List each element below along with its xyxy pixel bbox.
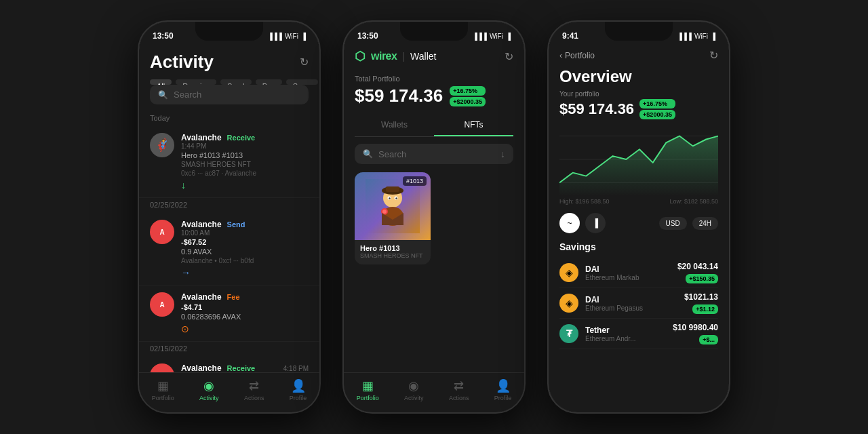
chart-pill-24h[interactable]: 24H xyxy=(692,217,718,230)
your-portfolio-label: Your portfolio xyxy=(549,89,729,99)
nav-profile-2[interactable]: 👤 Profile xyxy=(494,378,512,401)
savings-network-dai-2: Ethereum Pegasus xyxy=(585,304,677,312)
phone-overview-screen: 9:41 ▐▐▐ WiFi ▐ ‹ Portfolio ↻ Overview Y… xyxy=(549,22,729,412)
portfolio-amount-row: $59 174.36 +16.75% +$2000.35 xyxy=(355,85,513,106)
tab-buy[interactable]: Buy xyxy=(256,79,282,85)
nav-activity-icon-2: ◉ xyxy=(408,378,419,393)
tether-icon: ₮ xyxy=(559,324,578,343)
search-bar-1[interactable]: 🔍 Search xyxy=(150,85,309,104)
tab-swap[interactable]: Swap xyxy=(286,79,319,85)
portfolio-badge2: +$2000.35 xyxy=(450,97,486,106)
bottom-nav-1: ▦ Portfolio ◉ Activity ⇄ Actions 👤 Profi… xyxy=(139,372,319,412)
tx-fee-main: Avalanche Fee -$4.71 0.06283696 AVAX ⊙ xyxy=(181,292,309,334)
savings-amount-col-tether: $10 9980.40 +$... xyxy=(673,323,718,344)
nav-portfolio-label-2: Portfolio xyxy=(357,395,379,401)
chart-controls: ~ ▐ USD 24H xyxy=(549,209,729,237)
savings-coin-dai-2: DAI xyxy=(585,295,677,304)
nft-card-1013[interactable]: #1013 Hero #1013 SMASH HEROES NFT xyxy=(355,172,431,264)
nav-actions-icon-1: ⇄ xyxy=(249,378,259,393)
chart-low-label: Low: $182 588.50 xyxy=(669,198,718,205)
savings-amount-tether: $10 9980.40 xyxy=(673,323,718,332)
tx-fee-avax: 0.06283696 AVAX xyxy=(181,313,309,321)
nav-actions-2[interactable]: ⇄ Actions xyxy=(449,378,469,401)
tx-avatar-fee: A xyxy=(150,292,174,317)
activity-header: Activity ↻ xyxy=(139,46,319,77)
tx-send-avax: 0.9 AVAX xyxy=(181,248,309,256)
refresh-icon-3[interactable]: ↻ xyxy=(709,49,718,62)
svg-point-7 xyxy=(389,197,390,199)
savings-item-dai-1[interactable]: ◈ DAI Ethereum Markab $20 043.14 +$150.3… xyxy=(559,258,718,288)
back-button[interactable]: ‹ Portfolio xyxy=(559,51,595,60)
svg-point-10 xyxy=(382,210,387,214)
tx-send-main: Avalanche Send 10:00 AM -$67.52 0.9 AVAX… xyxy=(181,220,309,278)
transaction-nft[interactable]: 🦸 Avalanche Receive 1:44 PM xyxy=(139,126,319,198)
nav-portfolio-2[interactable]: ▦ Portfolio xyxy=(357,378,379,401)
transaction-send[interactable]: A Avalanche Send 10:00 AM xyxy=(139,213,319,285)
dai-icon-1: ◈ xyxy=(559,263,578,282)
nav-portfolio-icon-2: ▦ xyxy=(362,378,374,393)
savings-item-tether[interactable]: ₮ Tether Ethereum Andr... $10 9980.40 +$… xyxy=(559,319,718,349)
nav-profile-1[interactable]: 👤 Profile xyxy=(290,378,307,401)
portfolio-section: Total Portfolio $59 174.36 +16.75% +$200… xyxy=(344,69,524,115)
nft-search-row[interactable]: 🔍 Search ↓ xyxy=(355,144,513,164)
savings-amount-col-dai-2: $1021.13 +$1.12 xyxy=(684,292,718,314)
nav-actions-label-1: Actions xyxy=(244,395,264,401)
filter-tabs: All Receive Send Buy Swap Appro... xyxy=(139,77,319,85)
status-time-3: 9:41 xyxy=(562,31,578,41)
nav-profile-label-2: Profile xyxy=(494,395,512,401)
tab-nfts[interactable]: NFTs xyxy=(434,115,513,136)
chart-pill-usd[interactable]: USD xyxy=(659,217,687,230)
nav-portfolio-1[interactable]: ▦ Portfolio xyxy=(152,378,174,401)
nav-activity-label-2: Activity xyxy=(404,395,424,401)
savings-section: Savings ◈ DAI Ethereum Markab $20 043.14… xyxy=(549,237,729,353)
wirex-wallet-label: Wallet xyxy=(410,51,436,62)
bottom-nav-2: ▦ Portfolio ◉ Activity ⇄ Actions 👤 Profi… xyxy=(344,372,524,412)
wirex-divider: | xyxy=(402,51,405,62)
tab-wallets[interactable]: Wallets xyxy=(355,115,434,136)
savings-coin-dai-1: DAI xyxy=(585,264,671,274)
tx-receive2-type: Receive xyxy=(227,364,256,372)
battery-icon-3: ▐ xyxy=(711,33,715,40)
savings-coin-tether: Tether xyxy=(585,326,666,335)
phone-activity-screen: 13:50 ▐▐▐ WiFi ▐ Activity ↻ All Receive … xyxy=(139,22,319,412)
savings-amount-dai-1: $20 043.14 xyxy=(677,262,718,271)
savings-info-dai-1: DAI Ethereum Markab xyxy=(585,264,671,281)
nav-activity-1[interactable]: ◉ Activity xyxy=(199,378,219,401)
nft-image-1013: #1013 xyxy=(355,172,431,240)
tab-all[interactable]: All xyxy=(150,79,172,85)
tx-nft-type: Receive xyxy=(227,134,256,142)
refresh-icon-2[interactable]: ↻ xyxy=(505,50,513,63)
transaction-fee[interactable]: A Avalanche Fee -$4.71 0.062 xyxy=(139,285,319,342)
transaction-receive2[interactable]: A Avalanche Receive 4:18 PM +$86.63 xyxy=(139,357,319,372)
nft-sort-icon[interactable]: ↓ xyxy=(500,149,505,159)
savings-item-dai-2[interactable]: ◈ DAI Ethereum Pegasus $1021.13 +$1.12 xyxy=(559,288,718,319)
savings-badge-dai-1: +$150.35 xyxy=(686,274,718,283)
phone-overview: 9:41 ▐▐▐ WiFi ▐ ‹ Portfolio ↻ Overview Y… xyxy=(547,20,730,414)
tx-send-time: 10:00 AM xyxy=(181,229,245,237)
savings-badge-tether: +$... xyxy=(699,335,718,344)
battery-icon-2: ▐ xyxy=(506,33,511,40)
nft-search-icon: 🔍 xyxy=(363,149,373,159)
nav-profile-label-1: Profile xyxy=(290,395,307,401)
tx-fee-type: Fee xyxy=(227,293,240,301)
chart-btn-wave[interactable]: ~ xyxy=(559,213,580,233)
nft-info-1013: Hero #1013 SMASH HEROES NFT xyxy=(355,240,431,264)
battery-icon: ▐ xyxy=(301,33,306,40)
back-label: Portfolio xyxy=(565,51,595,60)
nav-activity-2[interactable]: ◉ Activity xyxy=(404,378,424,401)
phones-container: 13:50 ▐▐▐ WiFi ▐ Activity ↻ All Receive … xyxy=(0,0,868,434)
chart-btn-bar[interactable]: ▐ xyxy=(585,213,606,233)
wifi-icon-3: WiFi xyxy=(694,33,708,40)
nav-activity-icon-1: ◉ xyxy=(203,378,214,393)
tx-fee-arrow: ⊙ xyxy=(181,323,309,334)
tx-nft-top: Avalanche Receive 1:44 PM xyxy=(181,133,309,150)
tx-send-name: Avalanche xyxy=(181,220,222,229)
tab-receive[interactable]: Receive xyxy=(176,79,216,85)
status-bar-1: 13:50 ▐▐▐ WiFi ▐ xyxy=(139,22,319,46)
savings-amount-col-dai-1: $20 043.14 +$150.35 xyxy=(677,262,718,283)
nav-actions-1[interactable]: ⇄ Actions xyxy=(244,378,264,401)
tab-send[interactable]: Send xyxy=(220,79,252,85)
overview-badge2: +$2000.35 xyxy=(639,110,675,119)
refresh-icon-1[interactable]: ↻ xyxy=(300,56,309,68)
wifi-icon: WiFi xyxy=(285,33,298,40)
